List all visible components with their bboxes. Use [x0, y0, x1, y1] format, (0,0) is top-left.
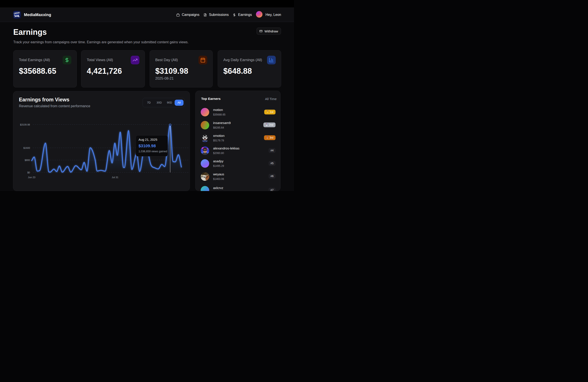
svg-text:Jun 23: Jun 23 — [28, 176, 35, 179]
svg-text:$3109.98: $3109.98 — [20, 123, 30, 126]
svg-text:$0: $0 — [27, 171, 30, 174]
svg-text:Jul 31: Jul 31 — [112, 176, 119, 179]
svg-text:$800: $800 — [25, 159, 30, 161]
svg-text:$1600: $1600 — [23, 147, 30, 149]
